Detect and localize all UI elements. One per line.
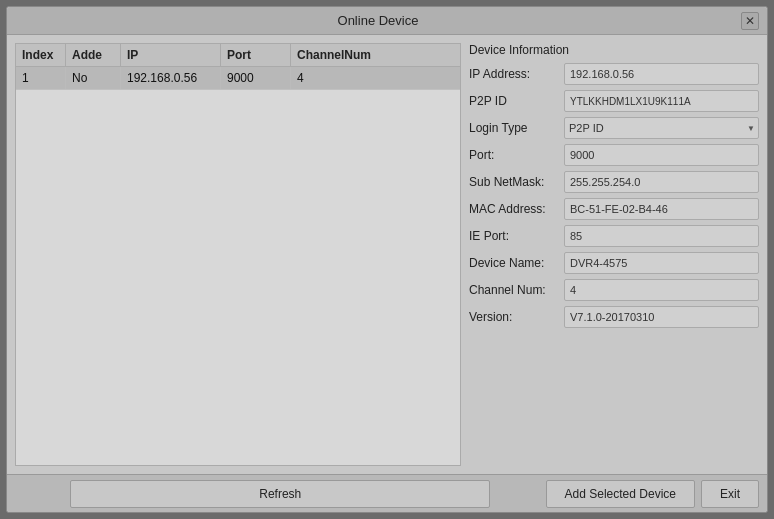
field-version: Version: xyxy=(469,306,759,328)
input-channel-num[interactable] xyxy=(564,279,759,301)
row-added: No xyxy=(66,67,121,89)
label-channel-num: Channel Num: xyxy=(469,283,564,297)
footer: Refresh Add Selected Device Exit xyxy=(7,474,767,512)
exit-button[interactable]: Exit xyxy=(701,480,759,508)
col-channelnum: ChannelNum xyxy=(291,44,460,66)
online-device-dialog: Online Device ✕ Index Adde IP Port Chann… xyxy=(6,6,768,513)
footer-left: Refresh xyxy=(15,480,546,508)
label-port: Port: xyxy=(469,148,564,162)
row-ip: 192.168.0.56 xyxy=(121,67,221,89)
left-panel: Index Adde IP Port ChannelNum 1 No 192.1… xyxy=(15,43,461,466)
field-login-type: Login Type P2P ID IP xyxy=(469,117,759,139)
row-index: 1 xyxy=(16,67,66,89)
refresh-button[interactable]: Refresh xyxy=(70,480,490,508)
label-mac-address: MAC Address: xyxy=(469,202,564,216)
input-port[interactable] xyxy=(564,144,759,166)
col-ip: IP xyxy=(121,44,221,66)
content-area: Index Adde IP Port ChannelNum 1 No 192.1… xyxy=(7,35,767,474)
col-added: Adde xyxy=(66,44,121,66)
select-login-type[interactable]: P2P ID IP xyxy=(564,117,759,139)
input-device-name[interactable] xyxy=(564,252,759,274)
input-version[interactable] xyxy=(564,306,759,328)
row-channelnum: 4 xyxy=(291,67,460,89)
field-ie-port: IE Port: xyxy=(469,225,759,247)
label-login-type: Login Type xyxy=(469,121,564,135)
right-panel: Device Information IP Address: P2P ID Lo… xyxy=(469,43,759,466)
close-button[interactable]: ✕ xyxy=(741,12,759,30)
input-mac-address[interactable] xyxy=(564,198,759,220)
field-device-name: Device Name: xyxy=(469,252,759,274)
label-device-name: Device Name: xyxy=(469,256,564,270)
input-p2p-id[interactable] xyxy=(564,90,759,112)
footer-right: Add Selected Device Exit xyxy=(546,480,759,508)
add-selected-device-button[interactable]: Add Selected Device xyxy=(546,480,695,508)
device-info-title: Device Information xyxy=(469,43,759,57)
label-version: Version: xyxy=(469,310,564,324)
table-row[interactable]: 1 No 192.168.0.56 9000 4 xyxy=(16,67,460,90)
label-p2p-id: P2P ID xyxy=(469,94,564,108)
input-ip-address[interactable] xyxy=(564,63,759,85)
input-sub-netmask[interactable] xyxy=(564,171,759,193)
table-header: Index Adde IP Port ChannelNum xyxy=(16,44,460,67)
field-ip-address: IP Address: xyxy=(469,63,759,85)
label-sub-netmask: Sub NetMask: xyxy=(469,175,564,189)
field-sub-netmask: Sub NetMask: xyxy=(469,171,759,193)
select-wrapper-login-type: P2P ID IP xyxy=(564,117,759,139)
col-index: Index xyxy=(16,44,66,66)
field-p2p-id: P2P ID xyxy=(469,90,759,112)
field-channel-num: Channel Num: xyxy=(469,279,759,301)
input-ie-port[interactable] xyxy=(564,225,759,247)
col-port: Port xyxy=(221,44,291,66)
field-mac-address: MAC Address: xyxy=(469,198,759,220)
title-bar: Online Device ✕ xyxy=(7,7,767,35)
row-port: 9000 xyxy=(221,67,291,89)
dialog-title: Online Device xyxy=(15,13,741,28)
field-port: Port: xyxy=(469,144,759,166)
device-table: Index Adde IP Port ChannelNum 1 No 192.1… xyxy=(15,43,461,466)
label-ip-address: IP Address: xyxy=(469,67,564,81)
label-ie-port: IE Port: xyxy=(469,229,564,243)
